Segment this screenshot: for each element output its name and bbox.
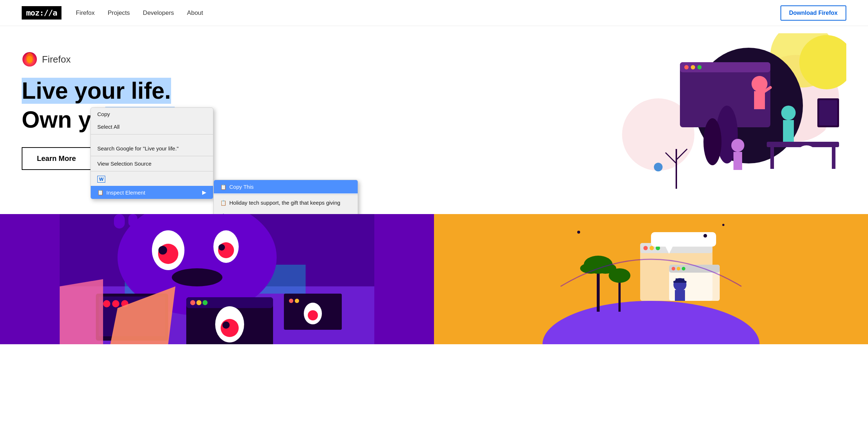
nav-about[interactable]: About (187, 9, 203, 17)
svg-point-93 (722, 224, 724, 226)
svg-rect-47 (143, 214, 153, 230)
cm-select-all-label: Select All (97, 124, 120, 130)
cm-word-count[interactable]: W (91, 172, 213, 186)
word-count-icon: W (97, 176, 105, 183)
svg-point-19 (731, 139, 744, 152)
svg-point-57 (203, 300, 208, 305)
nav-links: Firefox Projects Developers About (76, 9, 203, 17)
svg-point-25 (796, 145, 817, 167)
firefox-logo-icon (22, 51, 38, 67)
submenu-item2-icon: 📋 (220, 213, 226, 214)
cm-view-source[interactable]: Search Google for "Live your life." (91, 142, 213, 155)
svg-point-51 (112, 300, 119, 307)
svg-rect-20 (733, 152, 742, 170)
svg-point-64 (289, 299, 293, 303)
svg-point-10 (691, 65, 695, 69)
cm-sep-3 (91, 171, 213, 171)
submenu-copy-this-label: Copy This (229, 184, 254, 190)
download-firefox-button[interactable]: Download Firefox (780, 5, 846, 21)
svg-point-9 (684, 65, 689, 69)
svg-rect-18 (783, 120, 794, 142)
multicopy-icon: 📋 (97, 189, 103, 195)
hero-svg (586, 33, 846, 203)
svg-marker-61 (60, 279, 103, 344)
cm-copy-label: Copy (97, 111, 110, 117)
svg-point-65 (295, 299, 299, 303)
svg-point-67 (308, 310, 318, 320)
svg-point-94 (703, 234, 707, 238)
multicopy-arrow: ▶ (202, 189, 207, 196)
cm-view-source-label: Search Google for "Live your life." (97, 145, 179, 152)
cm-multicopy-label: Inspect Element (106, 189, 145, 196)
svg-point-2 (27, 56, 33, 63)
bottom-left-panel (0, 214, 434, 344)
cm-sep-1 (91, 134, 213, 135)
hero-illustration (203, 33, 846, 203)
firefox-brand-label: Firefox (42, 54, 71, 65)
svg-point-78 (643, 246, 648, 250)
svg-rect-89 (673, 281, 686, 283)
svg-point-43 (218, 244, 225, 251)
cm-inspect[interactable]: View Selection Source (91, 157, 213, 170)
context-submenu[interactable]: 📋 Copy This 📋 Holiday tech support, the … (213, 180, 358, 214)
svg-rect-46 (128, 214, 137, 227)
learn-more-button[interactable]: Learn More (22, 147, 91, 170)
svg-rect-22 (770, 147, 774, 169)
svg-point-75 (609, 268, 630, 283)
bottom-right-svg (434, 214, 868, 344)
submenu-item-1[interactable]: 📋 Holiday tech support, the gift that ke… (214, 196, 358, 209)
submenu-item2-label: Shop Safe This Holiday Season (229, 213, 306, 214)
svg-point-85 (682, 267, 685, 270)
submenu-sep (214, 195, 358, 195)
firefox-brand: Firefox (22, 51, 203, 67)
bottom-right-panel (434, 214, 868, 344)
cm-copy[interactable]: Copy (91, 108, 213, 120)
svg-point-17 (781, 106, 796, 120)
svg-point-83 (672, 267, 675, 270)
cm-select-all[interactable]: Select All (91, 120, 213, 133)
svg-rect-70 (597, 268, 600, 312)
nav-projects[interactable]: Projects (108, 9, 130, 17)
svg-point-13 (703, 118, 722, 165)
svg-point-11 (697, 65, 702, 69)
svg-point-92 (577, 231, 580, 234)
submenu-item1-icon: 📋 (220, 200, 226, 206)
hero-headline: Live your life. (22, 78, 203, 103)
submenu-copy-this[interactable]: 📋 Copy This (214, 180, 358, 193)
svg-rect-32 (819, 100, 837, 125)
svg-point-79 (650, 246, 654, 250)
svg-point-60 (222, 321, 230, 329)
svg-point-40 (158, 246, 167, 255)
svg-point-27 (654, 163, 663, 171)
svg-point-59 (221, 319, 239, 337)
svg-rect-74 (618, 279, 621, 312)
hero-section: Firefox Live your life. Own your life. L… (0, 26, 868, 214)
context-menu[interactable]: Copy Select All Search Google for "Live … (90, 107, 213, 199)
bottom-left-svg (0, 214, 434, 344)
submenu-item-2[interactable]: 📋 Shop Safe This Holiday Season (214, 209, 358, 214)
svg-point-84 (677, 267, 680, 270)
nav-left: moz://a Firefox Projects Developers Abou… (22, 6, 203, 20)
navigation: moz://a Firefox Projects Developers Abou… (0, 0, 868, 26)
submenu-item1-label: Holiday tech support, the gift that keep… (229, 200, 340, 206)
nav-developers[interactable]: Developers (143, 9, 174, 17)
svg-point-56 (196, 300, 201, 305)
cm-sep-2 (91, 156, 213, 156)
svg-rect-87 (675, 290, 685, 301)
svg-rect-23 (832, 147, 835, 169)
cm-multicopy[interactable]: 📋 Inspect Element ▶ (91, 186, 213, 199)
svg-point-55 (190, 300, 195, 305)
context-menu-wrapper: Copy Select All Search Google for "Live … (90, 107, 213, 199)
cm-search-google[interactable] (91, 136, 213, 142)
svg-point-50 (103, 300, 110, 307)
mozilla-logo[interactable]: moz://a (22, 6, 61, 20)
nav-firefox[interactable]: Firefox (76, 9, 95, 17)
svg-rect-45 (114, 214, 125, 229)
headline-highlight: Live your life. (22, 78, 171, 104)
submenu-copy-icon: 📋 (220, 184, 226, 190)
bottom-section (0, 214, 868, 344)
svg-point-44 (172, 268, 222, 286)
cm-inspect-label: View Selection Source (97, 161, 152, 167)
